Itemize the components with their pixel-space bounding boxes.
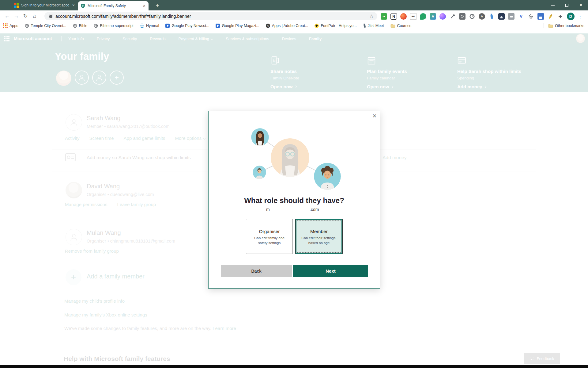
family-safety-shield-icon — [81, 3, 85, 8]
back-button[interactable]: Back — [221, 265, 292, 277]
feather-icon — [363, 23, 366, 28]
google-play-icon — [165, 24, 170, 28]
window-maximize-button[interactable] — [560, 0, 574, 10]
window-close-button[interactable]: × — [574, 0, 588, 10]
email-fragment-left: m — [266, 207, 270, 212]
bottom-edge-strip — [0, 365, 588, 368]
eyedropper-icon[interactable] — [449, 13, 456, 20]
gauge-icon[interactable] — [469, 13, 475, 20]
color-circle-icon[interactable] — [400, 13, 407, 20]
url-text: account.microsoft.com/family/addmember?f… — [55, 14, 191, 19]
forward-icon[interactable]: → — [12, 11, 21, 21]
bookmark-label: FontPair - Helps yo... — [321, 24, 356, 28]
notion-icon[interactable]: N — [390, 13, 397, 20]
gear-icon[interactable] — [528, 13, 534, 20]
dialog-buttons: Back Next — [209, 265, 380, 277]
globe-icon — [73, 24, 77, 28]
tab-title: Microsoft Family Safety — [88, 4, 140, 8]
role-title: Organiser — [246, 229, 292, 234]
robot-icon[interactable]: ▪▪ — [381, 13, 387, 20]
close-icon[interactable]: × — [142, 4, 146, 8]
bookmark-star-icon[interactable]: ☆ — [370, 13, 374, 19]
window-controls: × — [546, 0, 588, 10]
globe-icon — [25, 24, 29, 28]
parent-avatar-illustration — [271, 138, 309, 177]
bookmark-fontpair[interactable]: FontPair - Helps yo... — [315, 24, 356, 28]
other-bookmarks[interactable]: Other bookmarks — [548, 24, 584, 28]
role-description: Can edit family and safety settings — [251, 236, 288, 245]
translate-icon[interactable]: BK — [410, 13, 417, 20]
figure-icon[interactable] — [498, 13, 505, 20]
role-description: Can edit their settings, based on age — [301, 236, 337, 245]
tab-title: Sign in to your Microsoft accoun — [21, 3, 69, 7]
add-member-role-dialog: ✕ — [208, 111, 380, 289]
bookmark-jitsi[interactable]: Jitsi Meet — [363, 24, 384, 28]
bookmark-courses-folder[interactable]: Courses — [390, 24, 412, 28]
gradient-circle-icon[interactable] — [439, 13, 446, 20]
bookmarks-separator — [544, 23, 544, 28]
puzzle-icon[interactable]: ✚ — [557, 13, 564, 20]
extensions-row: ▪▪ N BK A A V ✚ D ⋮ — [381, 13, 582, 20]
bookmark-label: Hymnal — [146, 24, 159, 28]
bookmark-adobe-apps[interactable]: A Apps | Adobe Creat... — [266, 24, 308, 28]
bookmark-label: Google Play Newsst... — [172, 24, 209, 28]
member-avatar-illustration — [314, 163, 341, 190]
adobe-icon: A — [266, 24, 270, 28]
other-bookmarks-label: Other bookmarks — [555, 24, 584, 28]
tab-family-safety[interactable]: Microsoft Family Safety × — [78, 1, 149, 10]
bookmark-bible[interactable]: Bible — [73, 24, 88, 28]
reload-icon[interactable]: ↻ — [21, 11, 30, 21]
bookmark-google-play-newsstand[interactable]: Google Play Newsst... — [165, 24, 209, 28]
family-illustration — [209, 111, 380, 197]
brush-icon[interactable] — [547, 13, 554, 20]
tab-signin[interactable]: Sign in to your Microsoft accoun × — [12, 0, 77, 10]
lock-icon[interactable] — [49, 15, 52, 18]
role-options: Organiser Can edit family and safety set… — [209, 219, 380, 254]
bookmark-google-play-magazines[interactable]: Google Play Magazi... — [216, 24, 259, 28]
member-avatar-illustration — [251, 128, 269, 146]
window-minimize-button[interactable] — [546, 0, 560, 10]
folder-icon — [390, 24, 395, 28]
dialog-title: What role should they have? — [209, 196, 380, 205]
bookmark-bible-no-superscript[interactable]: Bible no superscript — [94, 24, 134, 28]
close-icon[interactable]: × — [72, 3, 75, 7]
bookmark-temple-city[interactable]: Temple City Overni... — [25, 24, 66, 28]
role-card-member[interactable]: Member Can edit their settings, based on… — [296, 219, 342, 254]
lock-square-icon[interactable] — [508, 13, 514, 20]
role-card-organiser[interactable]: Organiser Can edit family and safety set… — [246, 219, 293, 254]
browser-tab-strip: Sign in to your Microsoft accoun × Micro… — [0, 0, 588, 10]
save-icon[interactable] — [537, 13, 544, 20]
next-button[interactable]: Next — [293, 265, 368, 277]
bookmark-label: Google Play Magazi... — [222, 24, 259, 28]
bookmark-label: Courses — [397, 24, 412, 28]
home-icon[interactable]: ⌂ — [30, 11, 39, 21]
browser-toolbar: ← → ↻ ⌂ account.microsoft.com/family/add… — [0, 10, 588, 21]
striped-globe-icon — [140, 24, 144, 28]
new-tab-button[interactable]: + — [153, 2, 162, 10]
bookmark-hymnal[interactable]: Hymnal — [140, 24, 159, 28]
browser-profile-avatar[interactable]: D — [567, 13, 575, 20]
apps-grid-icon — [3, 23, 8, 28]
role-title: Member — [296, 229, 341, 234]
address-bar[interactable]: account.microsoft.com/family/addmember?f… — [44, 12, 377, 20]
microsoft-logo-icon — [14, 3, 19, 8]
bookmark-label: Temple City Overni... — [31, 24, 66, 28]
back-icon[interactable]: ← — [2, 11, 12, 21]
bookmark-label: Bible no superscript — [100, 24, 134, 28]
globe-icon — [94, 24, 98, 28]
browser-menu-icon[interactable]: ⋮ — [578, 14, 582, 19]
email-fragment-right: .com — [310, 207, 319, 212]
feather-icon[interactable] — [488, 13, 495, 20]
leaf-icon[interactable] — [420, 13, 426, 20]
google-play-icon — [216, 24, 220, 28]
camera-icon[interactable] — [459, 13, 466, 20]
bookmark-label: Apps — [9, 24, 18, 28]
child-avatar-illustration — [253, 166, 266, 179]
letter-a-circle-icon[interactable]: A — [479, 13, 485, 20]
bookmarks-bar: Apps Temple City Overni... Bible Bible n… — [0, 21, 588, 30]
shield-v-icon[interactable]: V — [518, 13, 524, 20]
mountain-a-icon[interactable]: A — [430, 13, 436, 20]
fontpair-icon — [315, 24, 319, 28]
bookmark-apps[interactable]: Apps — [3, 23, 18, 28]
bookmark-label: Jitsi Meet — [368, 24, 384, 28]
